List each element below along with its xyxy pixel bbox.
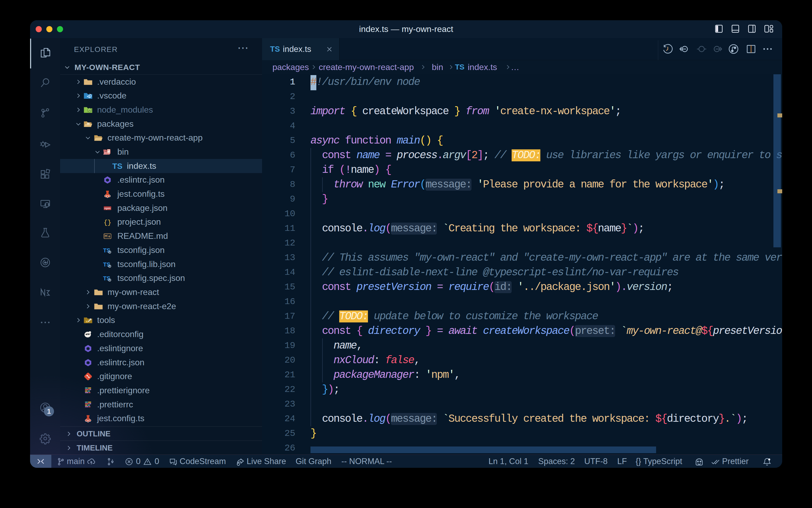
svg-text:TS: TS bbox=[103, 275, 110, 282]
svg-text:10: 10 bbox=[107, 152, 110, 154]
svg-text:npm: npm bbox=[104, 207, 111, 210]
svg-text:TS: TS bbox=[103, 261, 110, 268]
svg-text:TS: TS bbox=[103, 247, 110, 254]
svg-text:01: 01 bbox=[107, 150, 110, 152]
svg-text:{}: {} bbox=[104, 219, 111, 226]
svg-text:JS: JS bbox=[88, 109, 91, 112]
